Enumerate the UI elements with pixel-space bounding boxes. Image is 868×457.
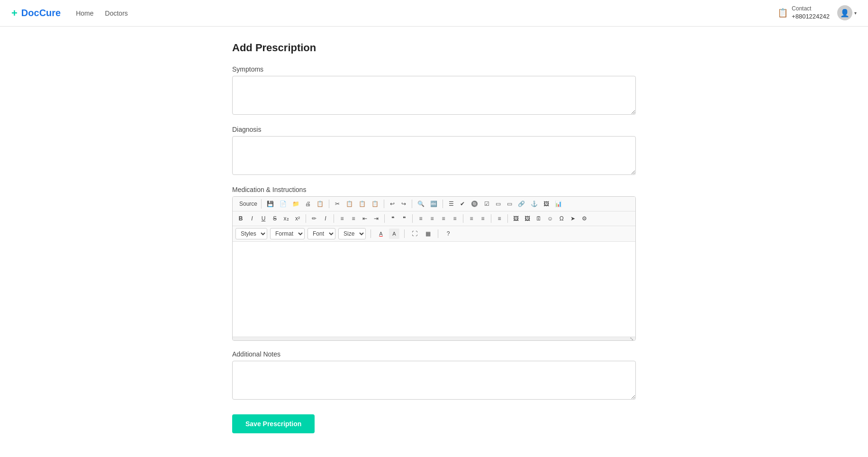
size-select[interactable]: Size	[338, 228, 366, 239]
separator5	[306, 214, 306, 223]
rich-text-editor: Source 💾 📄 📁 🖨 📋 ✂ 📋 📋 📋 ↩ ↪ 🔍 🔤 ☰	[232, 196, 636, 341]
checkbox-btn[interactable]: ☑	[481, 199, 492, 209]
paste-text-btn[interactable]: 📋	[369, 199, 381, 209]
navbar: + DocCure Home Doctors 📋 Contact +880122…	[0, 0, 868, 27]
medication-label: Medication & Instructions	[232, 186, 636, 193]
separator1	[329, 200, 329, 208]
cut-btn[interactable]: ✂	[332, 199, 343, 209]
redo-btn[interactable]: ↪	[398, 199, 409, 209]
spell-check-btn[interactable]: ✔	[457, 199, 468, 209]
remove-format-btn[interactable]: ✏	[309, 213, 319, 224]
smiley-btn[interactable]: ☺	[545, 213, 555, 224]
bg-color-btn[interactable]: A	[389, 228, 399, 239]
diagnosis-section: Diagnosis	[232, 126, 636, 176]
contact-info: 📋 Contact +8801224242	[778, 5, 830, 20]
help-btn[interactable]: ?	[443, 228, 453, 239]
nav-home[interactable]: Home	[76, 9, 93, 17]
format-select[interactable]: Format	[270, 228, 305, 239]
special-char-btn[interactable]: Ω	[556, 213, 567, 224]
indent-btn[interactable]: ⇥	[371, 213, 381, 224]
new-doc-btn[interactable]: 📄	[277, 199, 289, 209]
navbar-left: + DocCure Home Doctors	[11, 7, 128, 19]
language-btn[interactable]: ≡	[494, 213, 505, 224]
bidi-rtl-btn[interactable]: ≡	[478, 213, 488, 224]
source-button[interactable]: Source	[235, 199, 262, 209]
iframe2-btn[interactable]: ⚙	[579, 213, 589, 224]
find-btn[interactable]: 🔍	[415, 199, 427, 209]
page-break-btn[interactable]: ➤	[568, 213, 578, 224]
radio-btn[interactable]: 🔘	[469, 199, 480, 209]
additional-notes-textarea[interactable]	[232, 361, 636, 400]
outdent-btn[interactable]: ⇤	[360, 213, 370, 224]
ol-btn[interactable]: ≡	[337, 213, 347, 224]
open-btn[interactable]: 📁	[290, 199, 302, 209]
text-color-btn[interactable]: A	[376, 228, 386, 239]
iframe-btn[interactable]: ▭	[504, 199, 515, 209]
symptoms-label: Symptoms	[232, 65, 636, 73]
maximize-btn[interactable]: ⛶	[409, 228, 420, 239]
creatediv-btn[interactable]: ❝	[399, 213, 409, 224]
undo-btn[interactable]: ↩	[387, 199, 398, 209]
save-icon-btn[interactable]: 💾	[264, 199, 276, 209]
anchor-btn[interactable]: ⚓	[528, 199, 540, 209]
blockquote-btn[interactable]: ❝	[388, 213, 398, 224]
symptoms-textarea[interactable]	[232, 76, 636, 115]
separator4	[443, 200, 443, 208]
contact-phone: +8801224242	[792, 13, 830, 21]
editor-toolbar-row2: B I U S x₂ x² ✏ I ≡ ≡ ⇤ ⇥ ❝ ❝ ≡ ≡ ≡	[233, 211, 635, 226]
editor-toolbar-row3: Styles Format Font Size A A ⛶ ▦ ?	[233, 226, 635, 242]
user-menu[interactable]: 👤 ▾	[837, 5, 857, 20]
chevron-down-icon: ▾	[854, 10, 857, 16]
align-left-btn[interactable]: ≡	[416, 213, 426, 224]
print-btn[interactable]: 🖨	[303, 199, 313, 209]
editor-resize-handle[interactable]: ⤡	[233, 337, 635, 340]
save-prescription-button[interactable]: Save Prescription	[232, 414, 315, 433]
paste-btn[interactable]: 📋	[356, 199, 368, 209]
diagnosis-label: Diagnosis	[232, 126, 636, 133]
separator2	[384, 200, 384, 208]
brand-logo[interactable]: + DocCure	[11, 7, 61, 19]
bold-btn[interactable]: B	[235, 213, 246, 224]
link-btn[interactable]: 🔗	[515, 199, 527, 209]
superscript-btn[interactable]: x²	[292, 213, 303, 224]
align-right-btn[interactable]: ≡	[438, 213, 449, 224]
italic-btn[interactable]: I	[247, 213, 257, 224]
align-justify-btn[interactable]: ≡	[450, 213, 460, 224]
show-blocks-btn[interactable]: ▦	[423, 228, 433, 239]
table2-btn[interactable]: 🗓	[533, 213, 544, 224]
separator3	[412, 200, 412, 208]
subscript-btn[interactable]: x₂	[281, 213, 291, 224]
underline-btn[interactable]: U	[258, 213, 269, 224]
contact-label: Contact	[792, 5, 830, 13]
flash-btn[interactable]: 🖼	[522, 213, 533, 224]
bidi-ltr-btn[interactable]: ≡	[466, 213, 477, 224]
separator14	[438, 229, 438, 238]
replace-btn[interactable]: 🔤	[428, 199, 440, 209]
image-btn[interactable]: 🖼	[541, 199, 552, 209]
strikethrough-btn[interactable]: S	[270, 213, 280, 224]
symptoms-section: Symptoms	[232, 65, 636, 116]
separator11	[507, 214, 508, 223]
align-center-btn[interactable]: ≡	[427, 213, 437, 224]
brand-name: DocCure	[21, 8, 61, 18]
navbar-right: 📋 Contact +8801224242 👤 ▾	[778, 5, 857, 20]
main-content: Add Prescription Symptoms Diagnosis Medi…	[221, 42, 647, 433]
table-btn[interactable]: 📊	[552, 199, 564, 209]
nav-doctors[interactable]: Doctors	[105, 9, 128, 17]
phone-icon: 📋	[778, 8, 788, 18]
page-title: Add Prescription	[232, 42, 636, 54]
ul-btn[interactable]: ≡	[348, 213, 359, 224]
font-select[interactable]: Font	[307, 228, 335, 239]
copy-btn[interactable]: 📋	[344, 199, 355, 209]
insert-image-btn[interactable]: 🖼	[511, 213, 521, 224]
select-all-btn[interactable]: ☰	[446, 199, 456, 209]
styles-select[interactable]: Styles	[235, 228, 267, 239]
hline-btn[interactable]: ▭	[493, 199, 503, 209]
separator7	[384, 214, 385, 223]
templates-btn[interactable]: 📋	[314, 199, 326, 209]
resize-icon: ⤡	[630, 336, 633, 341]
copy-format-btn[interactable]: I	[320, 213, 331, 224]
editor-content[interactable]	[233, 242, 635, 337]
separator10	[491, 214, 491, 223]
diagnosis-textarea[interactable]	[232, 136, 636, 175]
